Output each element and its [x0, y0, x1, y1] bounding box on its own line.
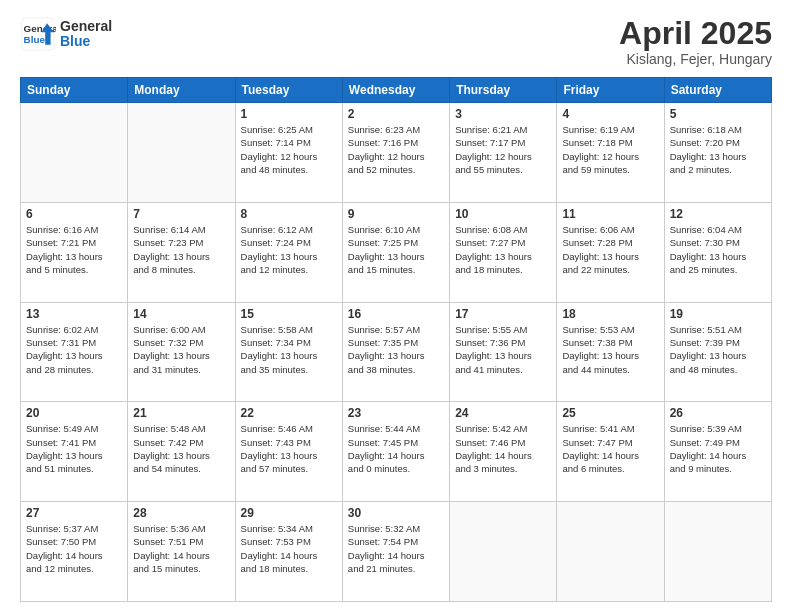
calendar-week-row: 6Sunrise: 6:16 AM Sunset: 7:21 PM Daylig…: [21, 202, 772, 302]
calendar-cell: 17Sunrise: 5:55 AM Sunset: 7:36 PM Dayli…: [450, 302, 557, 402]
day-info: Sunrise: 5:42 AM Sunset: 7:46 PM Dayligh…: [455, 422, 551, 475]
calendar-cell: 28Sunrise: 5:36 AM Sunset: 7:51 PM Dayli…: [128, 502, 235, 602]
day-info: Sunrise: 5:51 AM Sunset: 7:39 PM Dayligh…: [670, 323, 766, 376]
day-info: Sunrise: 6:00 AM Sunset: 7:32 PM Dayligh…: [133, 323, 229, 376]
calendar-week-row: 13Sunrise: 6:02 AM Sunset: 7:31 PM Dayli…: [21, 302, 772, 402]
day-number: 23: [348, 406, 444, 420]
day-number: 14: [133, 307, 229, 321]
calendar-cell: 3Sunrise: 6:21 AM Sunset: 7:17 PM Daylig…: [450, 103, 557, 203]
day-info: Sunrise: 6:12 AM Sunset: 7:24 PM Dayligh…: [241, 223, 337, 276]
day-number: 4: [562, 107, 658, 121]
day-info: Sunrise: 5:39 AM Sunset: 7:49 PM Dayligh…: [670, 422, 766, 475]
weekday-header: Friday: [557, 78, 664, 103]
day-info: Sunrise: 5:55 AM Sunset: 7:36 PM Dayligh…: [455, 323, 551, 376]
day-number: 6: [26, 207, 122, 221]
calendar-week-row: 27Sunrise: 5:37 AM Sunset: 7:50 PM Dayli…: [21, 502, 772, 602]
day-number: 7: [133, 207, 229, 221]
day-info: Sunrise: 6:18 AM Sunset: 7:20 PM Dayligh…: [670, 123, 766, 176]
calendar-week-row: 1Sunrise: 6:25 AM Sunset: 7:14 PM Daylig…: [21, 103, 772, 203]
calendar-cell: 5Sunrise: 6:18 AM Sunset: 7:20 PM Daylig…: [664, 103, 771, 203]
calendar-cell: 22Sunrise: 5:46 AM Sunset: 7:43 PM Dayli…: [235, 402, 342, 502]
calendar-cell: 8Sunrise: 6:12 AM Sunset: 7:24 PM Daylig…: [235, 202, 342, 302]
day-number: 30: [348, 506, 444, 520]
weekday-header: Thursday: [450, 78, 557, 103]
day-info: Sunrise: 5:46 AM Sunset: 7:43 PM Dayligh…: [241, 422, 337, 475]
day-info: Sunrise: 6:16 AM Sunset: 7:21 PM Dayligh…: [26, 223, 122, 276]
day-info: Sunrise: 6:23 AM Sunset: 7:16 PM Dayligh…: [348, 123, 444, 176]
calendar-cell: 23Sunrise: 5:44 AM Sunset: 7:45 PM Dayli…: [342, 402, 449, 502]
svg-text:Blue: Blue: [24, 34, 46, 45]
day-info: Sunrise: 5:49 AM Sunset: 7:41 PM Dayligh…: [26, 422, 122, 475]
day-info: Sunrise: 6:06 AM Sunset: 7:28 PM Dayligh…: [562, 223, 658, 276]
day-number: 25: [562, 406, 658, 420]
day-info: Sunrise: 5:41 AM Sunset: 7:47 PM Dayligh…: [562, 422, 658, 475]
day-info: Sunrise: 6:04 AM Sunset: 7:30 PM Dayligh…: [670, 223, 766, 276]
subtitle: Kislang, Fejer, Hungary: [619, 51, 772, 67]
day-number: 26: [670, 406, 766, 420]
day-number: 8: [241, 207, 337, 221]
weekday-header: Wednesday: [342, 78, 449, 103]
day-number: 27: [26, 506, 122, 520]
calendar-cell: 16Sunrise: 5:57 AM Sunset: 7:35 PM Dayli…: [342, 302, 449, 402]
calendar-cell: 21Sunrise: 5:48 AM Sunset: 7:42 PM Dayli…: [128, 402, 235, 502]
day-number: 22: [241, 406, 337, 420]
day-number: 20: [26, 406, 122, 420]
day-info: Sunrise: 6:19 AM Sunset: 7:18 PM Dayligh…: [562, 123, 658, 176]
calendar-cell: [557, 502, 664, 602]
calendar-cell: 12Sunrise: 6:04 AM Sunset: 7:30 PM Dayli…: [664, 202, 771, 302]
calendar-cell: 13Sunrise: 6:02 AM Sunset: 7:31 PM Dayli…: [21, 302, 128, 402]
calendar-cell: 20Sunrise: 5:49 AM Sunset: 7:41 PM Dayli…: [21, 402, 128, 502]
day-number: 5: [670, 107, 766, 121]
page: General Blue General Blue April 2025 Kis…: [0, 0, 792, 612]
logo-blue: Blue: [60, 34, 112, 49]
day-number: 11: [562, 207, 658, 221]
day-info: Sunrise: 6:08 AM Sunset: 7:27 PM Dayligh…: [455, 223, 551, 276]
header: General Blue General Blue April 2025 Kis…: [20, 16, 772, 67]
day-number: 16: [348, 307, 444, 321]
calendar-cell: 30Sunrise: 5:32 AM Sunset: 7:54 PM Dayli…: [342, 502, 449, 602]
calendar-cell: 2Sunrise: 6:23 AM Sunset: 7:16 PM Daylig…: [342, 103, 449, 203]
calendar-cell: 9Sunrise: 6:10 AM Sunset: 7:25 PM Daylig…: [342, 202, 449, 302]
day-info: Sunrise: 5:32 AM Sunset: 7:54 PM Dayligh…: [348, 522, 444, 575]
calendar-cell: [664, 502, 771, 602]
day-info: Sunrise: 5:36 AM Sunset: 7:51 PM Dayligh…: [133, 522, 229, 575]
weekday-header: Tuesday: [235, 78, 342, 103]
calendar-cell: 4Sunrise: 6:19 AM Sunset: 7:18 PM Daylig…: [557, 103, 664, 203]
day-info: Sunrise: 5:58 AM Sunset: 7:34 PM Dayligh…: [241, 323, 337, 376]
weekday-header: Saturday: [664, 78, 771, 103]
logo-general: General: [60, 19, 112, 34]
day-number: 29: [241, 506, 337, 520]
calendar-cell: 6Sunrise: 6:16 AM Sunset: 7:21 PM Daylig…: [21, 202, 128, 302]
calendar-cell: [21, 103, 128, 203]
day-number: 19: [670, 307, 766, 321]
calendar-cell: 25Sunrise: 5:41 AM Sunset: 7:47 PM Dayli…: [557, 402, 664, 502]
calendar-cell: 26Sunrise: 5:39 AM Sunset: 7:49 PM Dayli…: [664, 402, 771, 502]
calendar-cell: 7Sunrise: 6:14 AM Sunset: 7:23 PM Daylig…: [128, 202, 235, 302]
calendar-cell: 27Sunrise: 5:37 AM Sunset: 7:50 PM Dayli…: [21, 502, 128, 602]
day-number: 13: [26, 307, 122, 321]
day-info: Sunrise: 6:14 AM Sunset: 7:23 PM Dayligh…: [133, 223, 229, 276]
weekday-header: Monday: [128, 78, 235, 103]
day-number: 24: [455, 406, 551, 420]
day-number: 12: [670, 207, 766, 221]
calendar-cell: 15Sunrise: 5:58 AM Sunset: 7:34 PM Dayli…: [235, 302, 342, 402]
day-number: 1: [241, 107, 337, 121]
day-info: Sunrise: 5:37 AM Sunset: 7:50 PM Dayligh…: [26, 522, 122, 575]
day-info: Sunrise: 6:25 AM Sunset: 7:14 PM Dayligh…: [241, 123, 337, 176]
calendar-cell: 11Sunrise: 6:06 AM Sunset: 7:28 PM Dayli…: [557, 202, 664, 302]
day-number: 10: [455, 207, 551, 221]
day-number: 18: [562, 307, 658, 321]
day-info: Sunrise: 5:57 AM Sunset: 7:35 PM Dayligh…: [348, 323, 444, 376]
calendar-cell: 29Sunrise: 5:34 AM Sunset: 7:53 PM Dayli…: [235, 502, 342, 602]
calendar-week-row: 20Sunrise: 5:49 AM Sunset: 7:41 PM Dayli…: [21, 402, 772, 502]
calendar-cell: 18Sunrise: 5:53 AM Sunset: 7:38 PM Dayli…: [557, 302, 664, 402]
day-number: 17: [455, 307, 551, 321]
day-number: 2: [348, 107, 444, 121]
logo-icon: General Blue: [20, 16, 56, 52]
logo: General Blue General Blue: [20, 16, 112, 52]
title-block: April 2025 Kislang, Fejer, Hungary: [619, 16, 772, 67]
calendar-cell: 1Sunrise: 6:25 AM Sunset: 7:14 PM Daylig…: [235, 103, 342, 203]
day-number: 28: [133, 506, 229, 520]
day-info: Sunrise: 6:02 AM Sunset: 7:31 PM Dayligh…: [26, 323, 122, 376]
calendar-cell: 10Sunrise: 6:08 AM Sunset: 7:27 PM Dayli…: [450, 202, 557, 302]
